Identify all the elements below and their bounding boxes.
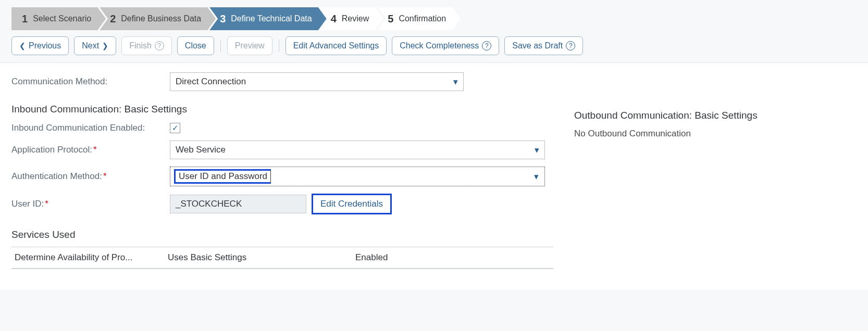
inbound-heading: Inbound Communication: Basic Settings — [11, 104, 553, 115]
services-table: Determine Availability of Pro... Uses Ba… — [11, 247, 553, 269]
communication-method-row: Communication Method: Direct Connection … — [11, 72, 553, 91]
required-mark: * — [93, 145, 97, 155]
button-label: Edit Credentials — [320, 199, 383, 209]
previous-button[interactable]: ❮ Previous — [11, 36, 69, 55]
user-id-field: _STOCKCHECK — [170, 195, 306, 213]
chevron-left-icon: ❮ — [19, 42, 26, 50]
step-label: Define Business Data — [121, 14, 201, 23]
authentication-method-row: Authentication Method:* User ID and Pass… — [11, 167, 553, 186]
outbound-column: Outbound Communication: Basic Settings N… — [574, 72, 857, 269]
inbound-enabled-row: Inbound Communication Enabled: ✓ — [11, 122, 553, 133]
outbound-text: No Outbound Communication — [574, 129, 857, 139]
required-mark: * — [45, 199, 48, 209]
select-value: User ID and Password — [174, 169, 271, 184]
service-status: Enabled — [355, 252, 553, 263]
help-icon: ? — [482, 41, 491, 50]
edit-credentials-button[interactable]: Edit Credentials — [312, 194, 392, 214]
step-define-business-data[interactable]: 2 Define Business Data — [100, 7, 216, 30]
application-protocol-row: Application Protocol:* Web Service ▾ — [11, 141, 553, 159]
communication-method-label: Communication Method: — [11, 77, 170, 87]
select-value: Direct Connection — [176, 77, 246, 87]
button-label: Close — [185, 41, 206, 50]
user-id-row: User ID:* _STOCKCHECK Edit Credentials — [11, 194, 553, 214]
inbound-enabled-checkbox[interactable]: ✓ — [170, 123, 180, 133]
required-mark: * — [103, 171, 107, 181]
step-label: Define Technical Data — [231, 14, 312, 23]
application-protocol-select[interactable]: Web Service ▾ — [170, 141, 545, 159]
button-label: Edit Advanced Settings — [293, 41, 379, 50]
service-name: Determine Availability of Pro... — [11, 252, 168, 263]
step-number: 3 — [220, 13, 226, 25]
chevron-down-icon: ▾ — [534, 171, 539, 182]
authentication-method-select[interactable]: User ID and Password ▾ — [170, 167, 545, 186]
close-button[interactable]: Close — [177, 36, 214, 55]
communication-method-select[interactable]: Direct Connection ▾ — [170, 72, 464, 91]
application-protocol-label: Application Protocol:* — [11, 145, 170, 155]
authentication-method-label: Authentication Method:* — [11, 171, 170, 182]
help-icon: ? — [566, 41, 575, 50]
inbound-enabled-label: Inbound Communication Enabled: — [11, 122, 170, 133]
step-confirmation[interactable]: 5 Confirmation — [377, 7, 461, 30]
step-label: Review — [342, 14, 369, 23]
button-label: Next — [82, 41, 99, 50]
button-label: Check Completeness — [400, 41, 479, 50]
service-uses: Uses Basic Settings — [168, 252, 355, 263]
step-number: 4 — [331, 13, 337, 25]
preview-button: Preview — [227, 36, 272, 55]
step-number: 1 — [22, 13, 28, 25]
services-used-heading: Services Used — [11, 229, 553, 240]
user-id-value: _STOCKCHECK — [176, 199, 242, 209]
step-label: Select Scenario — [33, 14, 91, 23]
next-button[interactable]: Next ❯ — [74, 36, 116, 55]
button-label: Previous — [29, 41, 61, 50]
button-label: Finish — [129, 41, 152, 50]
button-label: Preview — [235, 41, 265, 50]
step-number: 2 — [110, 13, 116, 25]
step-number: 5 — [388, 13, 393, 25]
edit-advanced-settings-button[interactable]: Edit Advanced Settings — [286, 36, 387, 55]
chevron-right-icon: ❯ — [102, 42, 108, 50]
button-label: Save as Draft — [512, 41, 563, 50]
table-row[interactable]: Determine Availability of Pro... Uses Ba… — [11, 247, 553, 268]
chevron-down-icon: ▾ — [453, 77, 458, 87]
save-as-draft-button[interactable]: Save as Draft ? — [504, 36, 583, 55]
inbound-column: Communication Method: Direct Connection … — [11, 72, 553, 269]
step-select-scenario[interactable]: 1 Select Scenario — [11, 7, 106, 30]
check-completeness-button[interactable]: Check Completeness ? — [392, 36, 499, 55]
toolbar-divider — [279, 40, 279, 52]
finish-button: Finish ? — [121, 36, 172, 55]
step-define-technical-data[interactable]: 3 Define Technical Data — [209, 7, 326, 30]
outbound-heading: Outbound Communication: Basic Settings — [574, 110, 857, 121]
chevron-down-icon: ▾ — [535, 145, 539, 156]
toolbar: ❮ Previous Next ❯ Finish ? Close Preview… — [0, 30, 868, 63]
wizard-steps: 1 Select Scenario 2 Define Business Data… — [0, 0, 868, 30]
step-review[interactable]: 4 Review — [320, 7, 384, 30]
content-area: Communication Method: Direct Connection … — [0, 63, 868, 290]
help-icon: ? — [155, 41, 164, 50]
user-id-label: User ID:* — [11, 199, 170, 209]
select-value: Web Service — [176, 145, 226, 155]
toolbar-divider — [220, 40, 221, 52]
step-label: Confirmation — [399, 14, 446, 23]
